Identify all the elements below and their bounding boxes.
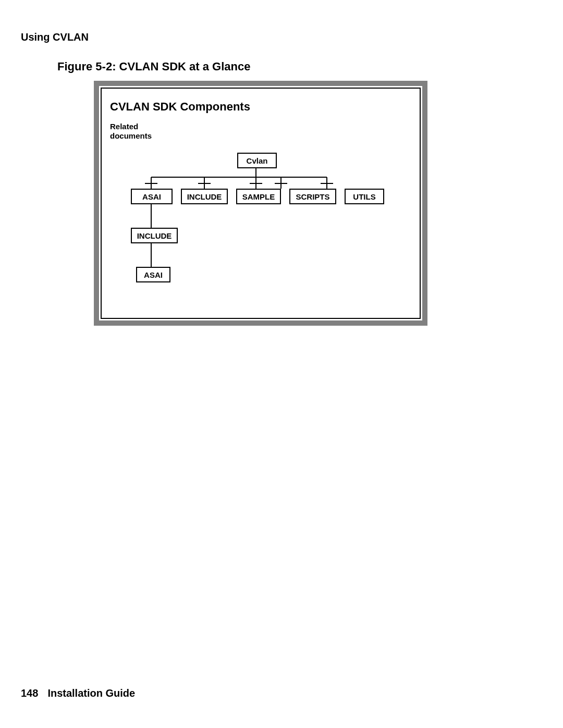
page: Using CVLAN Figure 5-2: CVLAN SDK at a G… — [0, 0, 563, 728]
node-include-2: INCLUDE — [131, 228, 178, 243]
node-asai-2: ASAI — [136, 267, 170, 282]
node-asai: ASAI — [131, 189, 173, 204]
node-include: INCLUDE — [181, 189, 228, 204]
footer-title: Installation Guide — [47, 687, 135, 699]
node-root-cvlan: Cvlan — [237, 153, 277, 168]
figure-frame-outer: CVLAN SDK Components Related documents — [94, 81, 427, 326]
node-sample: SAMPLE — [236, 189, 281, 204]
page-number: 148 — [21, 687, 38, 699]
figure-frame-inner: CVLAN SDK Components Related documents — [101, 88, 421, 319]
page-footer: 148Installation Guide — [21, 687, 135, 699]
figure-caption: Figure 5-2: CVLAN SDK at a Glance — [57, 60, 250, 73]
node-utils: UTILS — [345, 189, 384, 204]
running-header: Using CVLAN — [21, 31, 89, 43]
node-scripts: SCRIPTS — [289, 189, 336, 204]
